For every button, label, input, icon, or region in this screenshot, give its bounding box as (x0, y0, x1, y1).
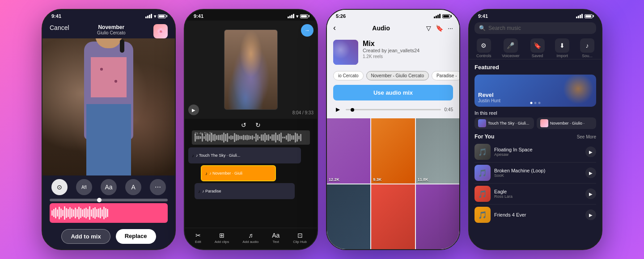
sounds-label: Sou... (582, 54, 593, 58)
song1-name: Floating In Space (494, 147, 582, 152)
jeans (86, 104, 131, 175)
reel-track1-icon (478, 119, 486, 127)
featured-card[interactable]: Revel Justin Hunt (475, 75, 596, 107)
cancel-button[interactable]: Cancel (50, 24, 69, 31)
add-audio-label: Add audio (242, 240, 258, 244)
tool-extra[interactable]: ⋯ (150, 179, 166, 195)
phone-4: 9:41 🔍 Search music (468, 9, 602, 250)
play-button-2[interactable]: ▶ (188, 104, 199, 115)
phone1-content: 9:41 ▾ Cancel November Giulio (42, 10, 175, 249)
cell3-bg (416, 118, 459, 184)
song-row-3[interactable]: 🎵 Eagle Ross Lara ▶ (475, 184, 596, 205)
status-icons-4 (576, 14, 593, 18)
edit-icon: ✂ (195, 232, 201, 239)
undo-icon[interactable]: ↺ (241, 121, 246, 129)
tool-saved[interactable]: 🔖 Saved (530, 38, 545, 58)
progress-bar[interactable] (346, 109, 441, 110)
track3-icon: ♪ (198, 189, 200, 194)
video-grid: 12.2K 9.3K 11.8K (327, 116, 459, 249)
tool-clip-hub[interactable]: ⊡ Clip Hub (293, 232, 307, 244)
time-display: 8:04 / 9:33 (292, 110, 314, 115)
song1-artist: Apesaw (494, 152, 582, 157)
song1-play[interactable]: ▶ (585, 146, 596, 157)
mix-thumb-inner (333, 40, 358, 65)
tool-edit[interactable]: ✂ Edit (195, 232, 201, 244)
song2-play[interactable]: ▶ (585, 167, 596, 178)
song2-info: Broken Machine (Loop) SooK (494, 168, 582, 178)
status-bar-4: 9:41 (469, 10, 602, 21)
reel-track2-name: November · Giulio · (550, 121, 585, 125)
featured-title: Featured (475, 64, 499, 71)
grid-cell-1[interactable]: 12.2K (327, 118, 370, 184)
tool-text[interactable]: Aa Text (272, 232, 280, 244)
grid-cell-5[interactable] (371, 184, 415, 250)
grid-cell-6[interactable] (416, 184, 459, 250)
tool-sounds[interactable]: ♪ Sou... (580, 38, 594, 58)
featured-artist-name: Justin Hunt (478, 98, 500, 103)
redo-icon[interactable]: ↻ (255, 121, 261, 129)
song4-play[interactable]: ▶ (585, 209, 596, 220)
track-1[interactable]: ♪ ♪ Touch The Sky · Giuli... (188, 147, 301, 163)
reel-track-1[interactable]: Touch The Sky · Giuli... (475, 117, 534, 129)
song-row-4[interactable]: 🎵 Friends 4 Ever ▶ (475, 205, 596, 225)
status-icons-1: ▾ (145, 14, 166, 19)
tool-add-audio[interactable]: ♬ Add audio (242, 232, 258, 244)
bookmark-icon[interactable]: 🔖 (436, 25, 443, 32)
scrubber[interactable]: 2s 4s 5s 7s (192, 130, 310, 145)
song4-name: Friends 4 Ever (494, 212, 582, 217)
tool-a[interactable]: A (125, 179, 141, 195)
song3-name: Eagle (494, 189, 582, 194)
reel-track2-icon (540, 119, 548, 127)
more-icon[interactable]: ··· (448, 25, 453, 32)
timeline-dot (97, 198, 102, 202)
back-button[interactable]: ‹ (333, 23, 336, 33)
tool-aa[interactable]: Aa (101, 179, 117, 195)
tool-import[interactable]: ⬇ Import (555, 38, 569, 58)
play-button-3[interactable]: ▶ (333, 105, 342, 114)
song-row-1[interactable]: 🎵 Floating In Space Apesaw ▶ (475, 142, 596, 163)
dot-2 (534, 102, 537, 104)
see-more-button[interactable]: See More (577, 134, 596, 139)
tab-paradise[interactable]: Paradise - (432, 71, 459, 80)
timeline-1[interactable] (50, 199, 168, 201)
use-audio-mix-button[interactable]: Use audio mix (333, 85, 453, 100)
track-3[interactable]: ♪ ♪ Paradise (195, 183, 295, 199)
sounds-icon: ♪ (580, 38, 594, 53)
song2-name: Broken Machine (Loop) (494, 168, 582, 173)
song2-avatar: 🎵 (475, 165, 491, 181)
tab-november[interactable]: November - Giulio Cercato (366, 71, 429, 80)
grid-cell-3[interactable]: 11.8K (416, 118, 459, 184)
song-info: November Giulio Cercato (69, 24, 153, 35)
replace-button[interactable]: Replace (116, 229, 156, 244)
grid-cell-2[interactable]: 9.3K (371, 118, 415, 184)
audio-title: Audio (372, 25, 390, 32)
audio-strip[interactable] (50, 203, 168, 223)
dot-3 (538, 102, 541, 104)
phone2-content: 9:41 ▾ → ▶ 8: (185, 10, 317, 249)
song3-play[interactable]: ▶ (585, 188, 596, 199)
tool-afl[interactable]: Afl (76, 179, 92, 195)
search-bar[interactable]: 🔍 Search music (475, 22, 596, 34)
track-2[interactable]: ♪ ♪ November · Giuli (201, 165, 276, 181)
cell2-bg (371, 118, 415, 184)
phone-3: 5:26 ‹ Audio ▽ 🔖 ··· (326, 9, 460, 250)
voiceover-icon: 🎤 (504, 38, 518, 53)
tab-cercato[interactable]: io Cercato (333, 71, 364, 80)
mic (120, 39, 124, 53)
tool-add-clips[interactable]: ⊞ Add clips (215, 232, 229, 244)
status-bar-3: 5:26 (327, 10, 459, 21)
tool-circle[interactable]: ⊙ (51, 179, 68, 195)
tool-voiceover[interactable]: 🎤 Voiceover (502, 38, 520, 58)
tool-controls[interactable]: ⚙ Controls (476, 38, 491, 58)
track2-label: ♪ November · Giuli (209, 171, 242, 175)
grid-cell-4[interactable] (327, 184, 370, 250)
reel-track-2[interactable]: November · Giulio · (537, 117, 596, 129)
cell1-count: 12.2K (329, 177, 339, 182)
next-button[interactable]: → (301, 24, 314, 37)
filter-icon[interactable]: ▽ (426, 25, 431, 32)
song-row-2[interactable]: 🎵 Broken Machine (Loop) SooK ▶ (475, 163, 596, 184)
add-to-mix-button[interactable]: Add to mix (61, 229, 110, 244)
songs-list: 🎵 Floating In Space Apesaw ▶ 🎵 Broken Ma… (469, 140, 602, 249)
battery-4 (585, 14, 593, 18)
featured-info: Revel Justin Hunt (478, 92, 500, 103)
